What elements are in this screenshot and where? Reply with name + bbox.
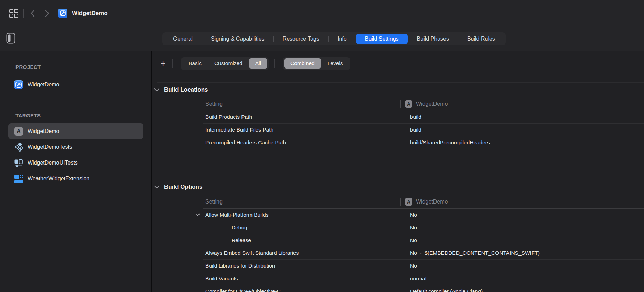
app-target-icon: A [14, 127, 23, 136]
app-target-icon: A [405, 100, 412, 108]
setting-label: Release [203, 237, 251, 243]
tab-build-phases[interactable]: Build Phases [408, 34, 458, 44]
setting-row-build-variants[interactable]: Build Variantsnormal [203, 272, 644, 285]
xcode-project-icon [14, 80, 23, 89]
setting-value[interactable]: Default compiler (Apple Clang) [410, 288, 483, 292]
segment-basic[interactable]: Basic [182, 58, 208, 69]
setting-label: Build Products Path [203, 114, 252, 120]
setting-row-compiler-for-c-c-objective-c[interactable]: Compiler for C/C++/Objective-CDefault co… [203, 285, 644, 292]
column-header-target: AWidgetDemo [400, 198, 448, 206]
column-header-row: SettingAWidgetDemo [203, 195, 644, 209]
segment-combined[interactable]: Combined [284, 58, 321, 69]
editor-tab-strip: GeneralSigning & CapabilitiesResource Ta… [162, 32, 506, 45]
targets-list: AWidgetDemo WidgetDemoTests WidgetDemoUI… [0, 123, 151, 187]
target-name: WeatherWidgetExtension [28, 176, 89, 182]
setting-value[interactable]: No - $(EMBEDDED_CONTENT_CONTAINS_SWIFT) [410, 250, 540, 256]
app-target-icon: A [405, 198, 412, 206]
sidebar-item-target-widgetdemouitests[interactable]: WidgetDemoUITests [8, 155, 143, 171]
toolbar-divider [23, 9, 24, 18]
setting-label: Intermediate Build Files Path [203, 127, 273, 133]
setting-label: Compiler for C/C++/Objective-C [203, 288, 281, 292]
segment-all[interactable]: All [249, 58, 267, 69]
setting-label: Precompiled Headers Cache Path [203, 139, 286, 146]
tab-build-rules[interactable]: Build Rules [458, 34, 504, 44]
setting-label: Build Variants [203, 275, 238, 282]
column-header-target-name: WidgetDemo [416, 199, 448, 205]
column-header-row: SettingAWidgetDemo [203, 97, 644, 111]
setting-row-always-embed-swift-standard-libraries[interactable]: Always Embed Swift Standard LibrariesNo … [203, 247, 644, 260]
setting-label: Build Libraries for Distribution [203, 263, 275, 269]
targets-group-header: TARGETS [15, 113, 151, 118]
tab-build-settings[interactable]: Build Settings [356, 34, 408, 44]
tab-general[interactable]: General [164, 34, 202, 44]
column-divider [400, 100, 401, 108]
editor-toolbar: GeneralSigning & CapabilitiesResource Ta… [0, 27, 644, 51]
xcode-window: WidgetDemo GeneralSigning & Capabilities… [0, 0, 644, 292]
column-header-target: AWidgetDemo [400, 100, 448, 108]
column-divider [400, 198, 401, 206]
back-chevron-icon[interactable] [29, 9, 36, 18]
setting-row-debug[interactable]: DebugNo [203, 221, 644, 234]
setting-value[interactable]: No [410, 237, 417, 243]
build-settings-filterbar: + BasicCustomizedAll CombinedLevels [152, 51, 644, 76]
section-chevron-icon[interactable] [154, 185, 160, 189]
target-name: WidgetDemoUITests [28, 160, 78, 166]
section-chevron-icon[interactable] [154, 88, 160, 92]
setting-row-build-libraries-for-distribution[interactable]: Build Libraries for DistributionNo [203, 260, 644, 272]
setting-value[interactable]: No [410, 263, 417, 269]
setting-value[interactable]: No [410, 212, 417, 218]
filterbar-divider [172, 59, 173, 68]
tab-resource-tags[interactable]: Resource Tags [274, 34, 328, 44]
target-name: WidgetDemoTests [28, 144, 72, 150]
section-title: Build Options [164, 184, 202, 190]
sidebar-toggle-icon[interactable] [6, 33, 15, 45]
view-segmented-control: CombinedLevels [283, 57, 350, 70]
scope-segmented-control: BasicCustomizedAll [181, 57, 269, 70]
section-header-build-options[interactable]: Build Options [152, 179, 644, 195]
project-name: WidgetDemo [28, 82, 59, 88]
section-title: Build Locations [164, 86, 208, 93]
project-group-header: PROJECT [15, 64, 151, 70]
add-setting-button[interactable]: + [158, 58, 168, 69]
setting-label: Always Embed Swift Standard Libraries [203, 250, 299, 256]
sidebar-item-target-widgetdemo[interactable]: AWidgetDemo [8, 123, 143, 139]
sidebar-item-target-widgetdemotests[interactable]: WidgetDemoTests [8, 139, 143, 155]
unit-tests-icon [14, 143, 23, 152]
sidebar-item-target-weatherwidgetextension[interactable]: WeatherWidgetExtension [8, 171, 143, 187]
ui-tests-icon [14, 158, 23, 167]
tab-signing-capabilities[interactable]: Signing & Capabilities [202, 34, 273, 44]
segment-levels[interactable]: Levels [321, 58, 349, 69]
setting-row-intermediate-build-files-path[interactable]: Intermediate Build Files Pathbuild [203, 124, 644, 136]
target-name: WidgetDemo [28, 128, 59, 134]
segment-customized[interactable]: Customized [208, 58, 249, 69]
widget-extension-icon [14, 174, 23, 183]
disclosure-chevron-icon[interactable] [195, 213, 200, 216]
forward-chevron-icon[interactable] [44, 9, 51, 18]
project-navigator-pane: PROJECT WidgetDemo TARGETS [0, 51, 152, 292]
app-grid-icon[interactable] [9, 9, 19, 18]
main-toolbar: WidgetDemo [0, 0, 644, 27]
build-settings-editor: + BasicCustomizedAll CombinedLevels Buil… [152, 51, 644, 292]
setting-label: Debug [203, 225, 247, 231]
column-header-setting: Setting [203, 101, 223, 107]
setting-value[interactable]: build/SharedPrecompiledHeaders [410, 139, 490, 146]
tab-info[interactable]: Info [329, 34, 356, 44]
window-title: WidgetDemo [72, 10, 108, 17]
filterbar-divider-2 [274, 59, 275, 68]
setting-row-precompiled-headers-cache-path[interactable]: Precompiled Headers Cache Pathbuild/Shar… [203, 136, 644, 149]
project-icon [58, 9, 67, 18]
setting-value[interactable]: build [410, 114, 421, 120]
setting-row-release[interactable]: ReleaseNo [203, 234, 644, 247]
section-header-build-locations[interactable]: Build Locations [152, 83, 644, 97]
sidebar-item-project-widgetdemo[interactable]: WidgetDemo [8, 77, 143, 92]
setting-row-allow-multi-platform-builds[interactable]: Allow Multi-Platform BuildsNo [203, 209, 644, 221]
section-gap [152, 163, 644, 179]
setting-value[interactable]: No [410, 225, 417, 231]
sidebar-divider [7, 108, 143, 108]
setting-value[interactable]: build [410, 127, 421, 133]
settings-scroll-area[interactable]: Build LocationsSettingAWidgetDemoBuild P… [152, 82, 644, 292]
setting-value[interactable]: normal [410, 275, 426, 282]
column-header-target-name: WidgetDemo [416, 101, 448, 107]
setting-row-build-products-path[interactable]: Build Products Pathbuild [203, 111, 644, 124]
section-gap [152, 149, 644, 163]
